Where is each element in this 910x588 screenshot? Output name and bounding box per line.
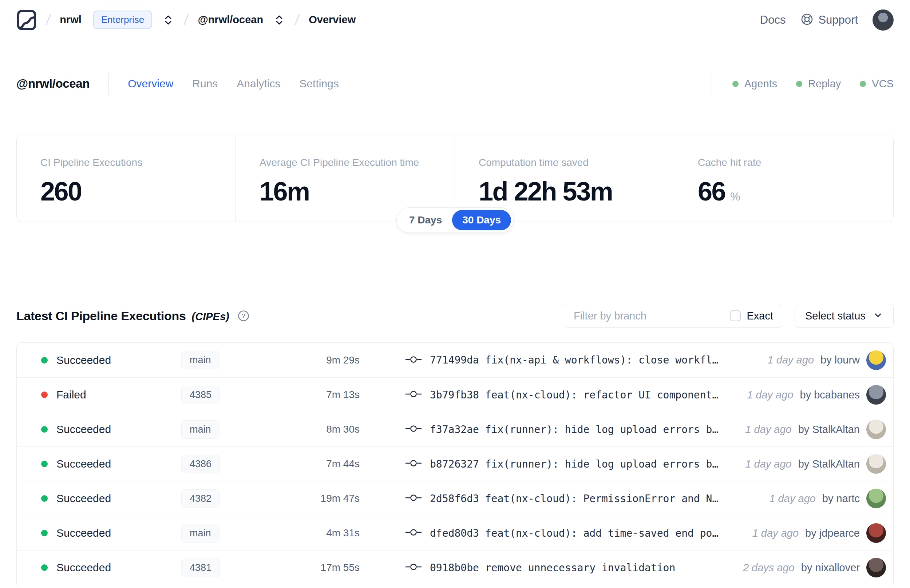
time-ago: 1 day ago (745, 423, 791, 436)
commit-message[interactable]: dfed80d3 feat(nx-cloud): add time-saved … (430, 527, 718, 539)
branch-badge[interactable]: 4381 (181, 559, 220, 577)
green-dot-icon (732, 81, 739, 87)
status-label: Failed (57, 389, 86, 401)
exact-checkbox[interactable] (730, 310, 741, 321)
workspace-tabs: OverviewRunsAnalyticsSettings (128, 78, 339, 90)
tab-settings[interactable]: Settings (299, 78, 338, 90)
git-commit-icon (405, 424, 422, 435)
git-commit-icon (405, 355, 422, 365)
help-icon[interactable]: ? (237, 310, 250, 322)
commit-message[interactable]: b8726327 fix(runner): hide log upload er… (430, 458, 718, 470)
branch-badge[interactable]: main (181, 524, 220, 543)
stat-value: 1d 22h 53m (478, 176, 612, 206)
stat-value: 66 (698, 176, 725, 206)
row-status: Succeeded (41, 423, 181, 436)
status-dot-icon (41, 357, 48, 363)
cipe-row[interactable]: Succeeded main 8m 30s f37a32ae fix(runne… (17, 412, 893, 446)
cipe-section-header: Latest CI Pipeline Executions (CIPEs) ? … (16, 304, 894, 328)
cipe-table: Succeeded main 9m 29s 771499da fix(nx-ap… (16, 342, 894, 585)
support-label: Support (818, 13, 858, 27)
branch-badge[interactable]: 4385 (181, 386, 220, 404)
docs-link[interactable]: Docs (760, 13, 786, 27)
workspace-switcher-chevrons-icon[interactable] (274, 13, 284, 27)
breadcrumb-slash: / (45, 11, 51, 28)
author-avatar[interactable] (866, 420, 886, 439)
breadcrumb-workspace[interactable]: @nrwl/ocean (198, 14, 263, 26)
cipe-row[interactable]: Succeeded main 9m 29s 771499da fix(nx-ap… (17, 343, 893, 377)
green-dot-icon (860, 81, 866, 87)
author-avatar[interactable] (866, 385, 886, 405)
tab-analytics[interactable]: Analytics (237, 78, 280, 90)
git-commit-icon (405, 528, 422, 538)
tab-runs[interactable]: Runs (192, 78, 218, 90)
time-ago: 1 day ago (769, 493, 815, 505)
commit-message[interactable]: 3b79fb38 feat(nx-cloud): refactor UI com… (430, 389, 718, 401)
indicator-label: Agents (744, 78, 777, 90)
author[interactable]: by StalkAltan (798, 423, 860, 436)
cipe-row[interactable]: Succeeded 4382 19m 47s 2d58f6d3 feat(nx-… (17, 481, 893, 515)
branch-badge[interactable]: 4386 (181, 455, 220, 473)
row-branch: main (181, 420, 272, 439)
row-meta: 1 day ago by lourw (757, 351, 886, 370)
row-branch: 4386 (181, 455, 272, 473)
row-duration: 17m 55s (272, 562, 360, 573)
branch-filter-group: Exact (564, 304, 782, 328)
row-commit: b8726327 fix(runner): hide log upload er… (405, 458, 734, 470)
author-avatar[interactable] (866, 489, 886, 508)
row-branch: 4385 (181, 386, 272, 404)
cipe-row[interactable]: Failed 4385 7m 13s 3b79fb38 feat(nx-clou… (17, 377, 893, 412)
author[interactable]: by nartc (822, 493, 860, 505)
branch-filter-input[interactable] (564, 304, 721, 328)
row-status: Succeeded (41, 561, 181, 574)
cipe-row[interactable]: Succeeded 4386 7m 44s b8726327 fix(runne… (17, 446, 893, 481)
range-option-7-days[interactable]: 7 Days (399, 210, 452, 230)
exact-label: Exact (747, 310, 773, 322)
git-commit-icon (405, 562, 422, 573)
workspace-title: @nrwl/ocean (16, 77, 89, 90)
support-link[interactable]: Support (800, 12, 858, 27)
commit-message[interactable]: 771499da fix(nx-api & workflows): close … (430, 354, 718, 366)
breadcrumb-slash: / (183, 11, 189, 28)
git-commit-icon (405, 459, 422, 469)
status-label: Succeeded (57, 527, 111, 539)
time-ago: 1 day ago (768, 354, 814, 366)
author-avatar[interactable] (866, 558, 886, 577)
author[interactable]: by nixallover (801, 562, 860, 574)
range-option-30-days[interactable]: 30 Days (452, 210, 511, 230)
author-avatar[interactable] (866, 454, 886, 474)
status-select-dropdown[interactable]: Select status (795, 304, 894, 328)
user-avatar[interactable] (873, 10, 894, 31)
author[interactable]: by jdpearce (805, 527, 860, 539)
breadcrumb-org[interactable]: nrwl (60, 14, 82, 26)
row-commit: 2d58f6d3 feat(nx-cloud): PermissionError… (405, 493, 758, 505)
org-switcher-chevrons-icon[interactable] (163, 13, 173, 27)
workspace-header: @nrwl/ocean OverviewRunsAnalyticsSetting… (16, 71, 894, 97)
author[interactable]: by lourw (821, 354, 860, 366)
cipe-row[interactable]: Succeeded 4381 17m 55s 0918b0be remove u… (17, 550, 893, 585)
branch-badge[interactable]: 4382 (181, 489, 220, 508)
author[interactable]: by StalkAltan (798, 458, 860, 470)
nx-cloud-logo-icon[interactable] (16, 9, 37, 31)
tab-overview[interactable]: Overview (128, 78, 173, 90)
status-dot-icon (41, 530, 48, 536)
exact-toggle[interactable]: Exact (721, 304, 782, 328)
status-dot-icon (41, 391, 48, 398)
cipe-row[interactable]: Succeeded main 4m 31s dfed80d3 feat(nx-c… (17, 515, 893, 550)
commit-message[interactable]: f37a32ae fix(runner): hide log upload er… (430, 423, 718, 436)
author-avatar[interactable] (866, 351, 886, 370)
branch-badge[interactable]: main (181, 420, 220, 439)
author[interactable]: by bcabanes (800, 389, 860, 401)
stat-card: CI Pipeline Executions260 (17, 135, 236, 221)
status-label: Succeeded (57, 492, 111, 505)
git-commit-icon (405, 493, 422, 504)
cipe-filters: Exact Select status (564, 304, 894, 328)
row-branch: main (181, 524, 272, 543)
svg-text:?: ? (242, 313, 245, 320)
commit-message[interactable]: 2d58f6d3 feat(nx-cloud): PermissionError… (430, 493, 718, 505)
author-avatar[interactable] (866, 523, 886, 543)
commit-message[interactable]: 0918b0be remove unnecessary invalidation (430, 562, 675, 574)
row-branch: 4382 (181, 489, 272, 508)
branch-badge[interactable]: main (181, 351, 220, 369)
time-ago: 2 days ago (743, 562, 795, 574)
stat-label: Cache hit rate (698, 157, 893, 168)
